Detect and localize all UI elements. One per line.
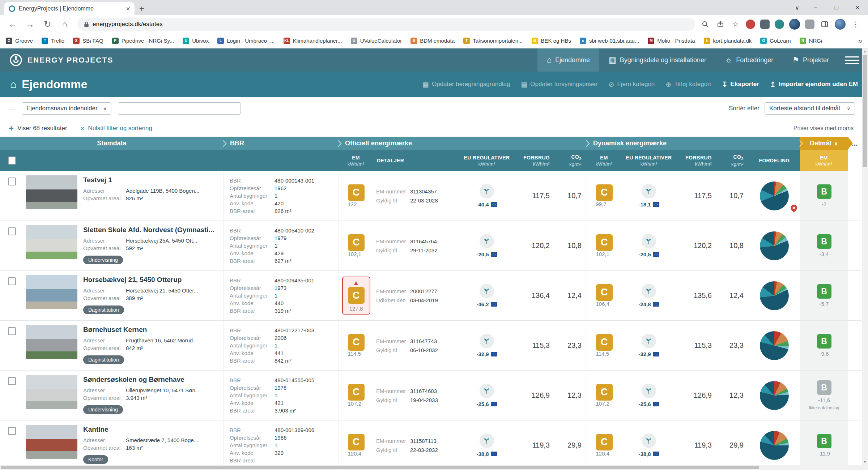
back-icon[interactable]: ← (5, 17, 20, 32)
chevron-down-icon: ∨ (834, 141, 838, 146)
bookmark-item[interactable]: T Trello (42, 38, 64, 44)
sort-select[interactable]: Korteste afstand til delmål ∨ (765, 102, 855, 115)
filter-search-input[interactable] (118, 102, 241, 115)
app-logo[interactable]: ENERGY PROJECTS (9, 53, 113, 67)
eu-flag-icon (653, 402, 659, 406)
property-name[interactable]: Sletten Skole Afd. Nordvest (Gymnasti... (83, 226, 214, 234)
sidebar-icon[interactable] (820, 19, 830, 29)
search-icon[interactable] (700, 19, 710, 29)
extension-teal-icon[interactable] (775, 20, 784, 29)
bookmark-item[interactable]: B BDM emodata (410, 38, 455, 44)
url-text: energyprojects.dk/estates (93, 21, 163, 28)
home-icon[interactable]: ⌂ (57, 17, 72, 32)
action-label: Tilføj kategori (674, 81, 711, 88)
bookmark-item[interactable]: KL Klimahandleplaner... (284, 38, 342, 44)
nav-item-forbedringer[interactable]: ☼ Forbedringer (716, 48, 783, 72)
extension-red-icon[interactable] (746, 20, 755, 29)
forward-icon[interactable]: → (22, 17, 38, 32)
window-minimize-button[interactable]: – (805, 0, 826, 15)
official-em-badge: C (348, 384, 365, 401)
row-checkbox[interactable] (8, 327, 16, 335)
property-name[interactable]: Børnehuset Kernen (83, 326, 193, 334)
scroll-down-icon[interactable]: ▼ (862, 459, 868, 465)
clear-filter-icon[interactable]: × (80, 124, 85, 133)
extension-slate-icon[interactable] (760, 20, 770, 29)
em-number: 311304357 (410, 188, 437, 195)
nav-item-bygningsdele[interactable]: ▦ Bygningsdele og installationer (599, 48, 716, 72)
select-all-checkbox[interactable] (8, 157, 16, 164)
bookmark-item[interactable]: N NRGi (800, 38, 822, 44)
bookmark-item[interactable]: P Pipedrive - NRGi Sy... (112, 38, 174, 44)
horizontal-scrollbar[interactable] (0, 465, 862, 470)
filter-field-select[interactable]: Ejendomsnavn indeholder ∨ (22, 102, 111, 115)
bookmark-item[interactable]: O Groove (6, 38, 33, 44)
tab-search-icon[interactable]: ∨ (789, 4, 805, 11)
action-button[interactable]: ⊘ Fjern kategori (608, 80, 655, 89)
menu-kebab-icon[interactable]: ⋮ (851, 19, 861, 29)
new-tab-button[interactable]: + (135, 2, 149, 15)
build-year: 1986 (275, 434, 286, 441)
reset-filters-link[interactable]: Nulstil filter og sortering (88, 125, 152, 132)
table-row[interactable]: Testvej 1 AdresserAdelgade 119B, 5400 Bo… (0, 171, 861, 221)
action-button[interactable]: ⊕ Tilføj kategori (665, 80, 711, 89)
bookmark-item[interactable]: U UValueCalculator (351, 38, 402, 44)
bookmark-item[interactable]: U Ubivox (183, 38, 209, 44)
bookmark-item[interactable]: M Molio - Prisdata (648, 38, 695, 44)
bookmark-favicon: B (532, 38, 538, 44)
bookmark-item[interactable]: L Login - Umbraco -... (217, 38, 275, 44)
profile-avatar[interactable] (835, 19, 846, 30)
bookmark-star-icon[interactable]: ☆ (731, 19, 741, 29)
extension-avatar-icon[interactable] (789, 19, 800, 30)
table-row[interactable]: Kantine AdresserSmedestræde 7, 5400 Boge… (0, 420, 861, 470)
bookmark-item[interactable]: T Taksonomiportalen... (463, 38, 523, 44)
property-name[interactable]: Testvej 1 (83, 176, 199, 184)
usage-code: 441 (275, 349, 284, 357)
tab-close-icon[interactable]: × (126, 5, 130, 13)
table-row[interactable]: Søndersøskolen og Børnehave AdresserUlle… (0, 371, 861, 420)
reload-icon[interactable]: ↻ (40, 17, 55, 32)
target-cell: B -11,9 (800, 420, 848, 470)
table-row[interactable]: Horsebækvej 21, 5450 Otterup AdresserHor… (0, 271, 861, 321)
vertical-scrollbar[interactable]: ▲ ▼ (862, 48, 868, 465)
property-name[interactable]: Horsebækvej 21, 5450 Otterup (83, 276, 198, 284)
vertical-scrollbar-thumb[interactable] (863, 55, 867, 167)
row-checkbox[interactable] (8, 427, 16, 435)
action-button[interactable]: ▤ Opdater forsyningspriser (521, 80, 597, 89)
horizontal-scrollbar-thumb[interactable] (1, 466, 759, 469)
action-button[interactable]: ▦ Opdater beregningsgrundlag (422, 80, 510, 89)
share-icon[interactable] (715, 19, 726, 29)
add-filter-icon[interactable]: + (9, 123, 14, 133)
action-button[interactable]: ↥ Importer ejendom uden EM (770, 80, 858, 89)
bookmark-item[interactable]: B BEK og HBs (532, 38, 571, 44)
row-checkbox[interactable] (8, 277, 16, 285)
window-close-button[interactable]: × (847, 0, 868, 15)
bookmark-item[interactable]: s sbi-web-01.sbi.aau... (580, 38, 639, 44)
property-name[interactable]: Kantine (83, 426, 198, 433)
bookmark-item[interactable]: G GoLearn (760, 38, 791, 44)
row-checkbox[interactable] (8, 178, 16, 185)
official-consumption: 115,3 (514, 321, 555, 370)
bookmark-item[interactable]: k kort.plandata.dk (704, 38, 752, 44)
nav-item-ejendomme[interactable]: ⌂ Ejendomme (537, 48, 599, 72)
bookmark-favicon: T (463, 38, 470, 44)
bookmark-item[interactable]: S SBi FAQ (73, 38, 103, 44)
puzzle-icon[interactable] (805, 20, 814, 29)
url-bar[interactable]: energyprojects.dk/estates (77, 18, 695, 31)
row-checkbox[interactable] (8, 377, 16, 385)
em-number: 311645764 (410, 238, 437, 244)
target-em-badge: B (817, 184, 831, 199)
table-row[interactable]: Sletten Skole Afd. Nordvest (Gymnasti...… (0, 221, 861, 271)
row-checkbox[interactable] (8, 227, 16, 235)
action-button[interactable]: ↧ Eksporter (722, 80, 759, 89)
browser-tab[interactable]: EnergyProjects | Ejendomme × (4, 2, 135, 15)
window-maximize-button[interactable]: □ (826, 0, 847, 15)
scroll-up-icon[interactable]: ▲ (862, 48, 868, 54)
bookmarks-overflow-icon[interactable]: » (858, 37, 862, 45)
nav-item-projekter[interactable]: ⚑ Projekter (783, 48, 838, 72)
property-name[interactable]: Søndersøskolen og Børnehave (83, 376, 200, 384)
collapse-filter-icon[interactable]: — (9, 105, 15, 112)
group-target[interactable]: Delmål∨ (800, 137, 848, 150)
table-row[interactable]: Børnehuset Kernen AdresserFrugthaven 16,… (0, 321, 861, 371)
hamburger-menu-icon[interactable] (845, 56, 859, 64)
dynamic-eu-cell: -18,1 (621, 171, 676, 221)
